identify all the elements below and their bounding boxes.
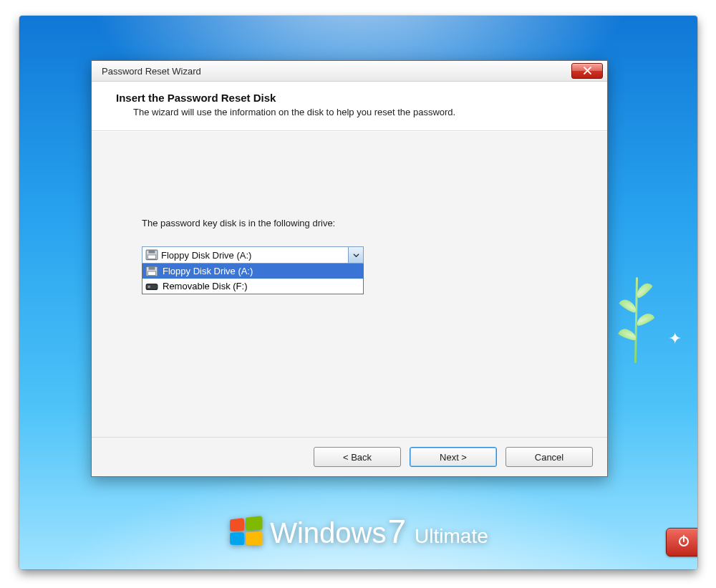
brand-edition: Ultimate <box>415 525 488 548</box>
wizard-button-row: < Back Next > Cancel <box>92 437 607 476</box>
svg-rect-1 <box>149 250 155 254</box>
back-button[interactable]: < Back <box>314 447 401 467</box>
windows-branding: Windows 7 Ultimate <box>19 512 697 551</box>
drive-option-removable-f[interactable]: Removable Disk (F:) <box>142 279 363 294</box>
close-button[interactable] <box>571 63 603 79</box>
windows-logo-icon <box>230 516 262 545</box>
button-label: Cancel <box>535 452 563 463</box>
drive-combobox-arrow[interactable] <box>348 247 363 263</box>
drive-prompt-label: The password key disk is in the followin… <box>142 218 335 228</box>
svg-rect-4 <box>149 266 155 270</box>
wallpaper-plant-decoration <box>608 263 665 377</box>
drive-combobox-value: Floppy Disk Drive (A:) <box>158 250 348 261</box>
close-icon <box>584 64 591 77</box>
wizard-step-subtitle: The wizard will use the information on t… <box>133 107 591 117</box>
power-button[interactable] <box>666 528 697 556</box>
dialog-titlebar[interactable]: Password Reset Wizard <box>92 61 607 82</box>
wizard-body: The password key disk is in the followin… <box>92 131 607 437</box>
removable-disk-icon <box>145 281 158 291</box>
svg-rect-7 <box>147 285 150 287</box>
windows-branding-text: Windows 7 Ultimate <box>270 512 488 551</box>
button-label: Next > <box>440 452 467 463</box>
drive-combobox-field[interactable]: Floppy Disk Drive (A:) <box>142 246 364 264</box>
power-icon <box>677 534 691 551</box>
password-reset-wizard-dialog: Password Reset Wizard Insert the Passwor… <box>91 60 608 477</box>
cancel-button[interactable]: Cancel <box>505 447 593 467</box>
button-label: < Back <box>343 452 372 463</box>
drive-option-label: Removable Disk (F:) <box>158 281 247 291</box>
next-button[interactable]: Next > <box>410 447 497 467</box>
wizard-header: Insert the Password Reset Disk The wizar… <box>92 82 607 131</box>
floppy-icon <box>145 266 158 276</box>
floppy-icon <box>145 250 158 260</box>
drive-combobox-list: Floppy Disk Drive (A:) Removable Disk (F… <box>142 264 364 294</box>
svg-rect-5 <box>147 271 155 276</box>
desktop-frame: ✦ Password Reset Wizard Insert the Passw… <box>19 16 697 569</box>
wallpaper-bird-decoration: ✦ <box>669 329 682 348</box>
dialog-title: Password Reset Wizard <box>102 66 571 77</box>
brand-windows: Windows <box>270 517 386 549</box>
drive-option-floppy-a[interactable]: Floppy Disk Drive (A:) <box>142 264 363 279</box>
drive-combobox[interactable]: Floppy Disk Drive (A:) Floppy Disk Drive… <box>142 246 364 294</box>
chevron-down-icon <box>353 249 359 261</box>
drive-option-label: Floppy Disk Drive (A:) <box>158 266 253 276</box>
brand-seven: 7 <box>387 512 406 551</box>
wizard-step-title: Insert the Password Reset Disk <box>116 92 591 104</box>
svg-rect-2 <box>147 255 155 259</box>
